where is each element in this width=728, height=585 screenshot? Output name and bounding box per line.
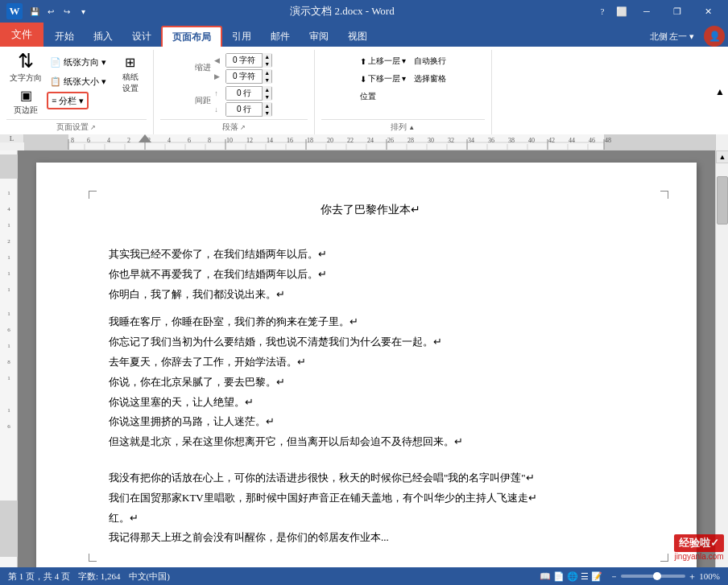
scroll-track[interactable] [716, 163, 728, 585]
position-button[interactable]: 位置 [358, 89, 378, 105]
undo-quick-btn[interactable]: ↩ [43, 4, 58, 19]
view-page-btn[interactable]: 📄 [553, 571, 565, 582]
svg-text:2: 2 [7, 238, 10, 245]
para-1[interactable]: 其实我已经不爱你了，在我们结婚两年以后。↵ [109, 246, 632, 263]
view-draft-btn[interactable]: 📝 [591, 571, 602, 582]
quick-access-more[interactable]: ▾ [76, 4, 90, 19]
arrange-collapse-btn[interactable]: ▲ [408, 124, 415, 131]
paragraph-expander[interactable]: ↗ [240, 124, 246, 131]
para-9[interactable]: 你说这里拥挤的马路，让人迷茫。↵ [109, 414, 632, 431]
group-paragraph: 缩进 ◀ ▲ ▼ [154, 50, 315, 134]
send-backward-label: 下移一层 ▾ [368, 73, 407, 84]
paragraph-content: 缩进 ◀ ▲ ▼ [195, 50, 272, 117]
arrange-content: ⬆ 上移一层 ▾ 自动换行 ⬇ 下移一层 ▾ 选择窗格 [358, 50, 449, 117]
svg-text:1: 1 [7, 270, 10, 277]
minimize-button[interactable]: ─ [633, 0, 660, 23]
columns-button[interactable]: ≡ 分栏 ▾ [47, 92, 89, 109]
view-outline-btn[interactable]: ☰ [581, 571, 589, 582]
wrap-text-button[interactable]: 自动换行 [412, 53, 449, 69]
indent-left-spinners: ▲ ▼ [262, 53, 271, 68]
paper-size-button[interactable]: 📋 纸张大小 ▾ [47, 72, 110, 90]
ribbon-collapse-button[interactable]: ▲ [712, 50, 728, 134]
close-button[interactable]: ✕ [694, 0, 722, 23]
margins-icon: ▣ [20, 88, 32, 103]
tab-file[interactable]: 文件 [0, 23, 43, 47]
zoom-in-btn[interactable]: ＋ [688, 571, 697, 583]
save-quick-btn[interactable]: 💾 [27, 4, 42, 19]
ribbon-display-button[interactable]: ⬜ [614, 3, 630, 19]
para-13[interactable]: 红。↵ [109, 510, 632, 527]
vertical-scrollbar[interactable]: ▲ ▼ [715, 150, 728, 585]
para-14[interactable]: 我记得那天上班之前会没有叫醒你，是你们的邻居友作业本... [109, 529, 632, 546]
arrange-row2: ⬇ 下移一层 ▾ 选择窗格 [358, 71, 449, 87]
paper-orientation-icon: 📄 [50, 57, 61, 68]
svg-text:30: 30 [428, 137, 434, 144]
spacing-after-value[interactable] [226, 103, 262, 116]
help-button[interactable]: ? [594, 3, 610, 19]
bring-forward-button[interactable]: ⬆ 上移一层 ▾ [358, 53, 409, 69]
para-5[interactable]: 你忘记了我们当初为什么要结婚，我也说不清楚我们为什么要在一起。↵ [109, 334, 632, 351]
spacing-before-down[interactable]: ▼ [262, 93, 271, 101]
indent-left-up[interactable]: ▲ [262, 53, 271, 60]
view-web-btn[interactable]: 🌐 [567, 571, 578, 582]
view-read-btn[interactable]: 📖 [540, 571, 551, 582]
ribbon-spacer [492, 50, 712, 134]
zoom-out-btn[interactable]: － [610, 571, 618, 583]
scroll-thumb[interactable] [717, 176, 728, 225]
paper-size-label: 纸张大小 ▾ [64, 76, 106, 88]
status-left: 第 1 页，共 4 页 字数: 1,264 中文(中国) [8, 571, 170, 583]
indent-right-up[interactable]: ▲ [262, 69, 271, 76]
user-avatar[interactable]: 👤 [704, 26, 725, 47]
ruler-corner[interactable]: L [0, 134, 24, 142]
para-7[interactable]: 你说，你在北京呆腻了，要去巴黎。↵ [109, 374, 632, 391]
tab-design[interactable]: 设计 [122, 26, 161, 47]
scroll-arrow-up[interactable]: ▲ [716, 150, 728, 163]
selection-pane-button[interactable]: 选择窗格 [412, 71, 449, 87]
tab-review[interactable]: 审阅 [300, 26, 338, 47]
tab-insert[interactable]: 插入 [84, 26, 122, 47]
spacing-before-up[interactable]: ▲ [262, 86, 271, 93]
svg-text:1: 1 [7, 222, 10, 229]
text-direction-button[interactable]: ⇅ 文字方向 [6, 50, 45, 85]
tab-view[interactable]: 视图 [338, 26, 377, 47]
para-12[interactable]: 我们在国贸那家KTV里唱歌，那时候中国好声音正在铺天盖地，有个叫华少的主持人飞速… [109, 490, 632, 507]
draft-settings-button[interactable]: ⊞ 稿纸设置 [114, 53, 147, 96]
tab-references[interactable]: 引用 [222, 26, 261, 47]
para-6[interactable]: 去年夏天，你辞去了工作，开始学法语。↵ [109, 354, 632, 371]
tab-page-layout[interactable]: 页面布局 [161, 26, 222, 47]
paper-orientation-button[interactable]: 📄 纸张方向 ▾ [47, 53, 110, 71]
indent-left-down[interactable]: ▼ [262, 60, 271, 68]
spacing-label: 间距 [195, 95, 211, 106]
svg-text:6: 6 [87, 137, 90, 144]
draft-settings-icon: ⊞ [125, 55, 135, 70]
restore-button[interactable]: ❐ [664, 0, 691, 23]
status-right: 📖 📄 🌐 ☰ 📝 － ＋ 100% [540, 571, 720, 583]
zoom-thumb[interactable] [653, 572, 661, 580]
spacing-after-up[interactable]: ▲ [262, 102, 271, 109]
para-10[interactable]: 但这就是北京，呆在这里你想离开它，但当离开以后却会迫不及待想回来。↵ [109, 434, 632, 451]
language-indicator[interactable]: 中文(中国) [129, 571, 170, 583]
svg-text:4: 4 [168, 137, 171, 144]
tab-start[interactable]: 开始 [45, 26, 84, 47]
spacing-before-input[interactable]: ▲ ▼ [225, 86, 272, 101]
indent-right-value[interactable] [226, 70, 262, 83]
svg-text:42: 42 [548, 137, 555, 144]
indent-left-value[interactable] [226, 54, 262, 67]
tab-mailings[interactable]: 邮件 [261, 26, 300, 47]
spacing-before-value[interactable] [226, 87, 262, 100]
para-8[interactable]: 你说这里塞的天，让人绝望。↵ [109, 394, 632, 411]
para-4[interactable]: 我睡在客厅，你睡在卧室，我们养的狗来在笼子里。↵ [109, 314, 632, 331]
indent-right-input[interactable]: ▲ ▼ [225, 69, 272, 84]
redo-quick-btn[interactable]: ↪ [60, 4, 74, 19]
spacing-after-down[interactable]: ▼ [262, 109, 271, 117]
para-3[interactable]: 你明白，我了解，我们都没说出来。↵ [109, 286, 632, 303]
para-2[interactable]: 你也早就不再爱我了，在我们结婚两年以后。↵ [109, 266, 632, 283]
para-11[interactable]: 我没有把你的话放在心上，可你的法语进步很快，秋天的时候你已经会唱"我的名字叫伊莲… [109, 470, 632, 487]
indent-left-input[interactable]: ▲ ▼ [225, 53, 272, 68]
indent-right-down[interactable]: ▼ [262, 76, 271, 84]
spacing-after-input[interactable]: ▲ ▼ [225, 102, 272, 117]
page-setup-expander[interactable]: ↗ [90, 124, 96, 131]
page-margins-button[interactable]: ▣ 页边距 [6, 86, 45, 117]
send-backward-button[interactable]: ⬇ 下移一层 ▾ [358, 71, 409, 87]
zoom-slider[interactable] [621, 575, 685, 578]
